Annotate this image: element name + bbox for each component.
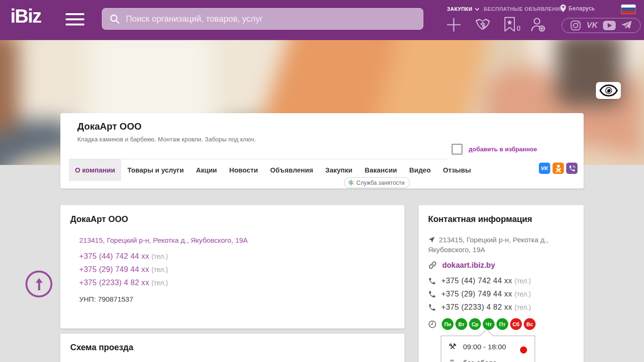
phone-link[interactable]: +375 (29) 749 44 xx (тел.): [79, 265, 168, 274]
employment-service-badge[interactable]: Служба занятости: [344, 177, 410, 188]
company-address-link[interactable]: 213415, Горецкий р-н, Рекотка д., Якубов…: [79, 236, 248, 244]
phone-type: (тел.): [151, 279, 168, 287]
instagram-icon[interactable]: [570, 20, 581, 31]
russia-flag-icon[interactable]: [621, 5, 636, 14]
schedule-tooltip: 09:00 - 18:00 без обеда: [441, 336, 535, 362]
company-social-links: VK: [539, 163, 578, 174]
search-input[interactable]: [125, 14, 423, 25]
bookmark-count[interactable]: 0: [517, 25, 520, 32]
contact-phone[interactable]: +375 (44) 742 44 xx (тел.): [441, 277, 531, 285]
tab-reviews[interactable]: Отзывы: [437, 159, 477, 181]
handshake-icon[interactable]: [474, 18, 491, 34]
website-row: dokaart.ibiz.by: [428, 261, 495, 270]
lunch-row: без обеда: [448, 358, 497, 362]
nav-zakupki[interactable]: ЗАКУПКИ: [447, 6, 479, 12]
views-eye-button[interactable]: [596, 82, 621, 99]
contact-address-row: 213415, Горецкий р-н, Рекотка д., Якубов…: [428, 235, 568, 255]
youtube-icon[interactable]: [603, 21, 616, 30]
tooltip-arrow: [480, 329, 493, 342]
day-badge-wed[interactable]: Ср: [469, 318, 481, 330]
search-bar[interactable]: [102, 8, 423, 30]
link-icon: [428, 261, 437, 270]
website-link[interactable]: dokaart.ibiz.by: [442, 261, 495, 270]
employment-service-icon: [348, 180, 354, 186]
scroll-top-button[interactable]: [25, 271, 52, 297]
contact-phone[interactable]: +375 (2233) 4 82 xx (тел.): [441, 303, 531, 312]
day-badge-thu[interactable]: Чт: [483, 318, 495, 330]
contact-card-title: Контактная информация: [428, 214, 532, 224]
day-badge-mon[interactable]: Пн: [442, 318, 454, 330]
cup-icon: [448, 358, 457, 362]
tab-about[interactable]: О компании: [69, 159, 121, 181]
phone-icon: [428, 277, 436, 285]
favorite-checkbox[interactable]: [452, 144, 462, 155]
employment-service-label: Служба занятости: [356, 180, 405, 186]
contact-info-card: Контактная информация 213415, Горецкий р…: [419, 205, 584, 362]
eye-icon: [599, 84, 618, 97]
tab-video[interactable]: Видео: [403, 159, 437, 181]
day-badge-sat[interactable]: Сб: [510, 318, 522, 330]
phone-type: (тел.): [151, 266, 168, 273]
ibiz-logo[interactable]: iBiz: [10, 6, 41, 27]
bookmark-icon[interactable]: [504, 16, 516, 34]
company-description: Кладка каминов и барбекю. Монтаж кровли.…: [77, 136, 256, 143]
navigation-icon: [428, 236, 435, 243]
day-badge-fri[interactable]: Пт: [496, 318, 508, 330]
contact-phone[interactable]: +375 (29) 749 44 xx (тел.): [441, 290, 531, 298]
contact-phone-row: +375 (29) 749 44 xx (тел.): [428, 290, 531, 298]
tab-products[interactable]: Товары и услуги: [121, 159, 190, 181]
working-hours-row: 09:00 - 18:00: [448, 342, 506, 352]
company-info-card: ДокаАрт ООО 213415, Горецкий р-н, Рекотк…: [60, 205, 405, 329]
contact-phone-row: +375 (44) 742 44 xx (тел.): [428, 277, 531, 285]
tab-ads[interactable]: Объявления: [264, 159, 319, 181]
favorite-label: добавить в избранное: [469, 146, 537, 153]
vk-icon[interactable]: VK: [586, 21, 598, 30]
phone-link[interactable]: +375 (44) 742 44 xx (тел.): [79, 252, 168, 261]
tab-promotions[interactable]: Акции: [190, 159, 223, 181]
open-status-dot: [520, 346, 527, 354]
phone-icon: [428, 290, 436, 298]
search-icon: [109, 13, 120, 25]
working-days: Пн Вт Ср Чт Пт Сб Вс: [442, 318, 536, 330]
telegram-icon[interactable]: [621, 20, 632, 31]
clock-icon: [428, 320, 437, 329]
map-card-title: Схема проезда: [70, 343, 133, 353]
phone-link[interactable]: +375 (2233) 4 82 xx (тел.): [79, 279, 168, 287]
info-card-title: ДокаАрт ООО: [70, 214, 128, 224]
phone-type: (тел.): [151, 253, 168, 260]
map-card: Схема проезда: [60, 334, 405, 362]
add-company-icon[interactable]: [446, 17, 461, 34]
add-to-favorites[interactable]: добавить в избранное: [452, 144, 537, 155]
schedule-row: Пн Вт Ср Чт Пт Сб Вс: [428, 318, 536, 330]
menu-icon[interactable]: [66, 13, 84, 26]
vk-social-icon[interactable]: VK: [539, 163, 550, 174]
viber-social-icon[interactable]: [566, 163, 578, 174]
region-selector[interactable]: Беларусь: [560, 4, 595, 12]
ok-social-icon[interactable]: [553, 163, 564, 174]
lunch-info: без обеда: [463, 359, 497, 362]
location-pin-icon: [560, 4, 566, 12]
tab-news[interactable]: Новости: [223, 159, 264, 181]
working-hours: 09:00 - 18:00: [463, 343, 506, 351]
phone-icon: [428, 304, 436, 312]
contact-phone-row: +375 (2233) 4 82 xx (тел.): [428, 303, 531, 312]
arrow-up-icon: [33, 277, 45, 291]
chevron-down-icon: [475, 8, 479, 11]
user-add-icon[interactable]: [530, 17, 546, 34]
tools-icon: [448, 342, 457, 352]
company-unp: УНП: 790871537: [79, 295, 133, 303]
contact-address: 213415, Горецкий р-н, Рекотка д., Якубов…: [428, 236, 548, 254]
nav-free-ads[interactable]: БЕСПЛАТНЫЕ ОБЪЯВЛЕНИЯ: [484, 6, 564, 12]
header-social-links: VK: [561, 18, 641, 33]
company-name: ДокаАрт ООО: [77, 121, 141, 132]
header: iBiz ЗАКУПКИ БЕСПЛАТНЫЕ ОБЪЯВЛЕНИЯ Белар…: [0, 0, 644, 40]
day-badge-tue[interactable]: Вт: [455, 318, 467, 330]
day-badge-sun[interactable]: Вс: [524, 318, 536, 330]
company-header-card: ДокаАрт ООО Кладка каминов и барбекю. Мо…: [60, 113, 584, 189]
